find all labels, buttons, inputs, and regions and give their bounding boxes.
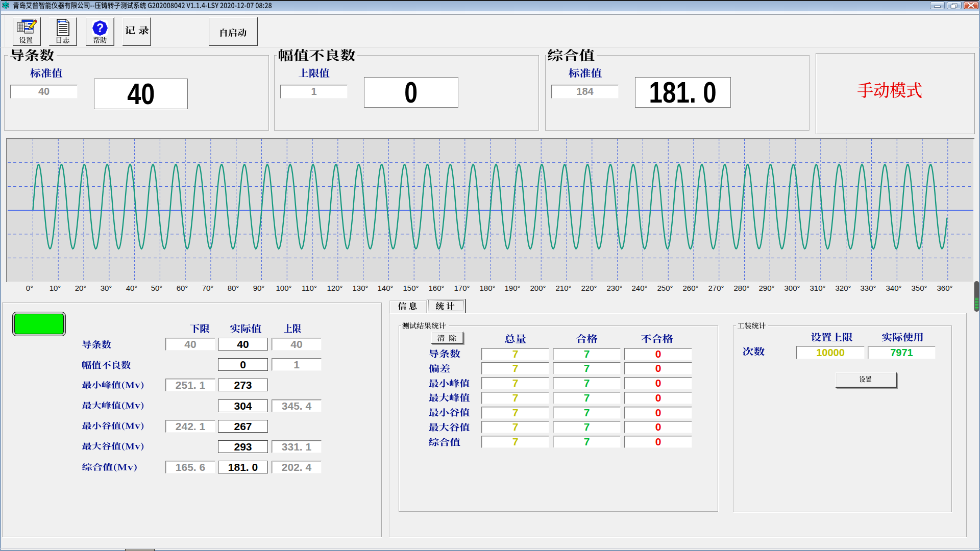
svg-text:?: ? <box>96 21 104 35</box>
